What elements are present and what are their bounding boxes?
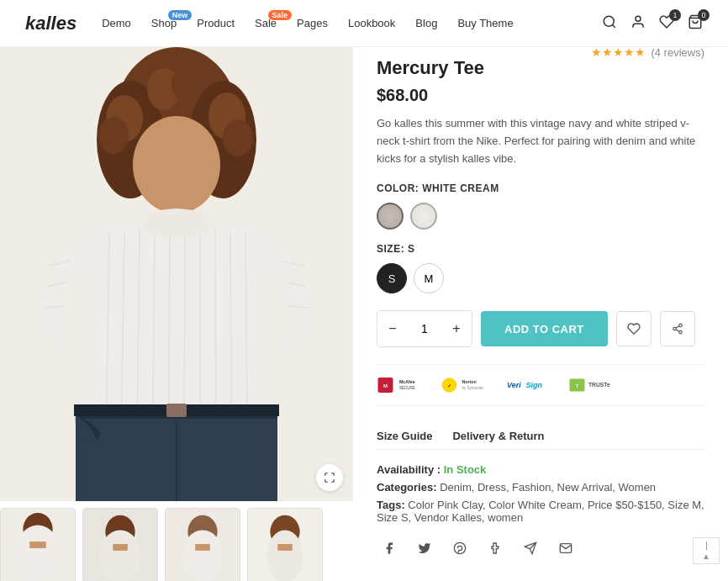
email-share-icon[interactable] xyxy=(553,536,578,561)
verisign-badge: Veri Sign xyxy=(504,373,555,397)
categories-row: Categories: Denim, Dress, Fashion, New A… xyxy=(377,481,704,494)
svg-rect-35 xyxy=(166,404,187,417)
account-icon[interactable] xyxy=(630,14,646,33)
rating-stars: ★★★★★ xyxy=(591,45,646,59)
svg-point-43 xyxy=(100,530,141,581)
search-icon[interactable] xyxy=(602,14,617,33)
svg-text:SECURE: SECURE xyxy=(399,387,415,391)
thumbnail-row xyxy=(0,501,353,581)
svg-point-39 xyxy=(15,526,61,581)
wishlist-button[interactable] xyxy=(616,311,652,346)
svg-rect-40 xyxy=(29,541,46,548)
share-button[interactable] xyxy=(660,311,695,346)
wishlist-icon[interactable]: 1 xyxy=(659,14,674,33)
telegram-share-icon[interactable] xyxy=(518,536,543,561)
availability-label: Availability : xyxy=(377,463,440,476)
product-price: $68.00 xyxy=(377,86,428,105)
svg-text:Veri: Veri xyxy=(507,381,521,389)
availability-value: In Stock xyxy=(444,463,487,476)
color-swatch-white-cream[interactable] xyxy=(410,203,437,230)
nav-blog[interactable]: Blog xyxy=(415,17,437,29)
thumbnail-1[interactable] xyxy=(0,508,76,581)
scroll-line xyxy=(706,541,707,550)
color-swatch-gray[interactable] xyxy=(377,203,404,230)
thumbnail-4[interactable] xyxy=(247,508,323,581)
header-icons: 1 0 xyxy=(602,14,703,33)
svg-text:Norton: Norton xyxy=(462,379,477,384)
color-label: COLOR: WHITE CREAM xyxy=(377,182,704,194)
svg-point-0 xyxy=(604,16,614,26)
tags-row: Tags: Color Pink Clay, Color White Cream… xyxy=(377,499,704,524)
color-options xyxy=(377,203,704,230)
sale-badge: Sale xyxy=(268,10,293,20)
thumbnail-3[interactable] xyxy=(165,508,240,581)
size-s-button[interactable]: S xyxy=(377,263,407,293)
size-options: S M xyxy=(377,263,704,293)
quantity-control: − 1 + xyxy=(377,310,472,347)
size-guide-link[interactable]: Size Guide xyxy=(377,430,432,442)
nav-buy-theme[interactable]: Buy Theme xyxy=(457,17,513,29)
cart-count: 0 xyxy=(698,9,710,21)
nav-sale[interactable]: Sale Sale xyxy=(255,17,277,29)
svg-text:✓: ✓ xyxy=(447,383,451,388)
product-title: Mercury Tee xyxy=(377,57,704,79)
add-to-cart-row: − 1 + ADD TO CART xyxy=(377,310,704,347)
cart-icon[interactable]: 0 xyxy=(688,14,703,33)
svg-text:by Symantec: by Symantec xyxy=(462,387,485,391)
size-label: SIZE: S xyxy=(377,243,704,255)
categories-label: Categories: xyxy=(377,481,437,494)
quantity-input[interactable]: 1 xyxy=(408,311,441,346)
nav-product[interactable]: Product xyxy=(197,17,235,29)
svg-point-51 xyxy=(266,530,303,581)
pinterest-share-icon[interactable] xyxy=(447,536,472,561)
mcafee-badge: M McAfee SECURE xyxy=(377,373,427,397)
facebook-share-icon[interactable] xyxy=(377,536,402,561)
add-to-cart-button[interactable]: ADD TO CART xyxy=(481,311,608,346)
svg-text:TRUSTe: TRUSTe xyxy=(588,382,610,388)
quantity-increase-button[interactable]: + xyxy=(441,311,472,346)
thumbnail-2[interactable] xyxy=(82,508,158,581)
trust-badges: M McAfee SECURE ✓ Norton by Symantec Ver… xyxy=(377,364,704,406)
tags-label: Tags: xyxy=(377,499,405,511)
nav-demo[interactable]: Demo xyxy=(102,17,131,29)
categories-value: Denim, Dress, Fashion, New Arrival, Wome… xyxy=(440,481,656,494)
wishlist-count: 1 xyxy=(669,9,681,21)
product-info: Mercury Tee $68.00 ★★★★★ (4 reviews) Go … xyxy=(353,47,728,581)
main-nav: Demo Shop New Product Sale Sale Pages Lo… xyxy=(102,17,602,29)
delivery-return-link[interactable]: Delivery & Return xyxy=(452,430,544,442)
svg-point-53 xyxy=(679,325,683,328)
zoom-button[interactable] xyxy=(316,464,343,491)
svg-point-71 xyxy=(454,543,465,554)
nav-lookbook[interactable]: Lookbook xyxy=(348,17,395,29)
nav-pages[interactable]: Pages xyxy=(297,17,328,29)
header: kalles Demo Shop New Product Sale Sale P… xyxy=(0,0,728,47)
product-images xyxy=(0,47,353,581)
truste-badge: T TRUSTe xyxy=(568,373,619,397)
svg-text:McAfee: McAfee xyxy=(399,379,415,384)
scroll-to-top[interactable]: ▲ xyxy=(693,537,720,564)
shop-badge: New xyxy=(168,10,193,20)
svg-rect-52 xyxy=(277,544,293,551)
availability-row: Availability : In Stock xyxy=(377,463,704,476)
scroll-arrow-icon: ▲ xyxy=(702,552,710,561)
svg-point-11 xyxy=(223,119,253,156)
svg-point-55 xyxy=(679,331,683,335)
logo[interactable]: kalles xyxy=(25,13,76,34)
svg-point-47 xyxy=(182,530,224,581)
main-product-image xyxy=(0,47,353,501)
svg-point-9 xyxy=(98,117,129,154)
size-m-button[interactable]: M xyxy=(414,263,444,293)
svg-point-2 xyxy=(636,16,641,21)
svg-text:M: M xyxy=(383,383,388,388)
svg-line-57 xyxy=(676,326,679,328)
svg-point-13 xyxy=(171,66,202,103)
tumblr-share-icon[interactable] xyxy=(483,536,508,561)
product-rating: ★★★★★ (4 reviews) xyxy=(591,45,704,59)
svg-line-56 xyxy=(676,330,679,331)
twitter-share-icon[interactable] xyxy=(412,536,437,561)
nav-shop[interactable]: Shop New xyxy=(151,17,177,29)
product-container: Mercury Tee $68.00 ★★★★★ (4 reviews) Go … xyxy=(0,47,728,581)
svg-rect-44 xyxy=(113,544,128,551)
quantity-decrease-button[interactable]: − xyxy=(377,311,408,346)
tags-value: Color Pink Clay, Color White Cream, Pric… xyxy=(377,499,704,524)
